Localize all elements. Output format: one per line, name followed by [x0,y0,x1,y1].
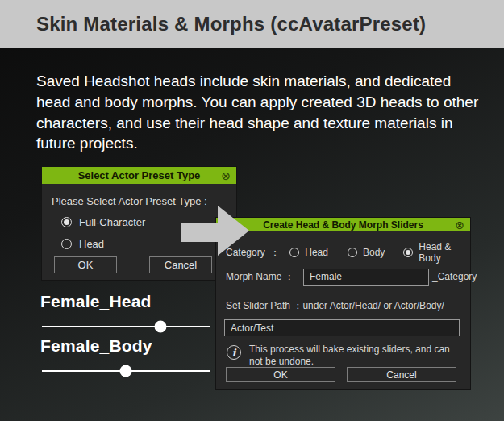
morph-name-suffix: _Category [432,271,477,282]
radio-icon[interactable] [403,248,413,257]
slider-label: Female_Body [40,336,211,356]
arrow-right-icon [181,203,251,257]
slider-path-input[interactable] [224,319,460,336]
radio-label: Full-Character [79,216,145,228]
create-morph-sliders-dialog: Create Head & Body Morph Sliders ⊗ Categ… [216,218,470,389]
dialog-title: Select Actor Preset Type [78,169,201,181]
radio-category-head-and-body[interactable]: Head & Body [403,241,470,264]
morph-name-row: Morph Name ： _Category [226,268,477,286]
radio-category-head[interactable]: Head [289,247,328,258]
radio-category-body[interactable]: Body [348,247,385,258]
slider-track[interactable] [40,365,211,377]
slider-label: Female_Head [40,292,211,311]
dialog-titlebar[interactable]: Select Actor Preset Type ⊗ [42,167,236,184]
radio-label: Body [363,247,385,258]
category-row: Category ： Head Body Head & Body [226,247,470,258]
dialog-titlebar[interactable]: Create Head & Body Morph Sliders ⊗ [216,218,470,231]
female-body-slider: Female_Body [40,336,211,377]
page-title: Skin Materials & Morphs (ccAvatarPreset) [36,13,426,35]
slider-handle[interactable] [155,321,167,333]
slider-line [42,326,210,327]
slider-path-label: Set Slider Path ：under Actor/Head/ or Ac… [226,299,444,313]
radio-icon[interactable] [61,217,72,227]
radio-label: Head [79,238,104,250]
slider-track[interactable] [40,320,211,332]
close-icon[interactable]: ⊗ [221,170,231,181]
info-text: This process will bake existing sliders,… [249,344,452,368]
dialog-title: Create Head & Body Morph Sliders [263,219,423,231]
morph-name-label: Morph Name [226,271,285,282]
intro-paragraph: Saved Headshot heads include skin materi… [36,71,481,154]
female-head-slider: Female_Head [40,292,211,332]
info-icon: i [227,345,241,360]
radio-full-character[interactable]: Full-Character [61,216,145,228]
ok-button[interactable]: OK [226,367,335,382]
radio-label: Head & Body [419,241,470,264]
radio-head[interactable]: Head [61,238,104,250]
cancel-button[interactable]: Cancel [347,367,456,382]
close-icon[interactable]: ⊗ [455,219,464,231]
ok-button[interactable]: OK [54,256,117,273]
morph-name-input[interactable] [303,269,429,286]
morph-name-colon: ： [285,270,294,284]
radio-label: Head [305,247,328,258]
radio-icon[interactable] [348,248,357,257]
page-header: Skin Materials & Morphs (ccAvatarPreset) [0,0,504,48]
category-colon: ： [270,246,280,260]
radio-icon[interactable] [61,239,72,249]
radio-icon[interactable] [289,248,299,257]
info-row: i This process will bake existing slider… [227,344,452,368]
cancel-button[interactable]: Cancel [149,256,212,273]
slider-handle[interactable] [120,365,132,377]
